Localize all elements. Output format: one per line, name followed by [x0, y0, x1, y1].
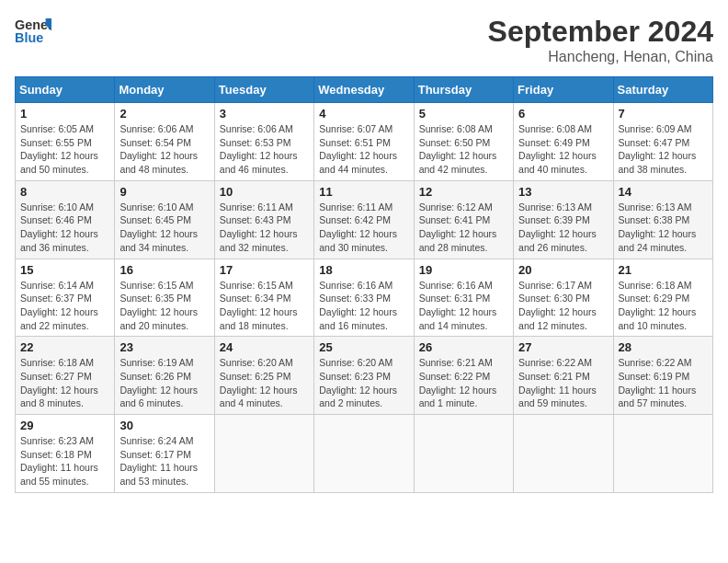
- calendar-cell: 11Sunrise: 6:11 AM Sunset: 6:42 PM Dayli…: [314, 180, 414, 259]
- weekday-thursday: Thursday: [414, 77, 513, 103]
- calendar-cell: 28Sunrise: 6:22 AM Sunset: 6:19 PM Dayli…: [613, 337, 712, 415]
- calendar-cell: 3Sunrise: 6:06 AM Sunset: 6:53 PM Daylig…: [214, 103, 313, 181]
- weekday-saturday: Saturday: [613, 77, 712, 103]
- day-number: 21: [619, 263, 708, 277]
- calendar-cell: [314, 415, 414, 493]
- calendar-cell: 14Sunrise: 6:13 AM Sunset: 6:38 PM Dayli…: [613, 180, 712, 259]
- day-number: 1: [20, 107, 109, 121]
- day-number: 20: [518, 263, 608, 277]
- calendar-cell: 21Sunrise: 6:18 AM Sunset: 6:29 PM Dayli…: [613, 259, 712, 337]
- calendar-cell: 8Sunrise: 6:10 AM Sunset: 6:46 PM Daylig…: [16, 180, 115, 259]
- calendar-cell: [414, 415, 513, 493]
- day-info: Sunrise: 6:20 AM Sunset: 6:25 PM Dayligh…: [220, 356, 309, 410]
- day-info: Sunrise: 6:22 AM Sunset: 6:21 PM Dayligh…: [518, 356, 608, 410]
- day-number: 26: [419, 340, 508, 354]
- day-info: Sunrise: 6:18 AM Sunset: 6:27 PM Dayligh…: [20, 356, 109, 410]
- calendar-cell: [214, 415, 313, 493]
- day-number: 8: [20, 185, 109, 199]
- day-info: Sunrise: 6:07 AM Sunset: 6:51 PM Dayligh…: [319, 122, 408, 177]
- logo: General Blue: [15, 15, 51, 48]
- day-info: Sunrise: 6:14 AM Sunset: 6:37 PM Dayligh…: [20, 279, 109, 333]
- day-info: Sunrise: 6:08 AM Sunset: 6:49 PM Dayligh…: [518, 122, 608, 177]
- day-number: 28: [619, 340, 708, 354]
- day-info: Sunrise: 6:10 AM Sunset: 6:46 PM Dayligh…: [20, 201, 109, 255]
- day-info: Sunrise: 6:23 AM Sunset: 6:18 PM Dayligh…: [20, 434, 109, 488]
- calendar-cell: 12Sunrise: 6:12 AM Sunset: 6:41 PM Dayli…: [414, 180, 513, 259]
- day-number: 10: [220, 185, 309, 199]
- day-info: Sunrise: 6:13 AM Sunset: 6:39 PM Dayligh…: [518, 201, 608, 255]
- calendar-cell: 24Sunrise: 6:20 AM Sunset: 6:25 PM Dayli…: [214, 337, 313, 415]
- svg-text:Blue: Blue: [15, 30, 43, 45]
- day-info: Sunrise: 6:15 AM Sunset: 6:34 PM Dayligh…: [220, 279, 309, 333]
- calendar-cell: 27Sunrise: 6:22 AM Sunset: 6:21 PM Dayli…: [514, 337, 613, 415]
- day-number: 3: [220, 107, 309, 121]
- day-number: 27: [518, 340, 608, 354]
- day-number: 15: [20, 263, 109, 277]
- calendar-cell: 16Sunrise: 6:15 AM Sunset: 6:35 PM Dayli…: [115, 259, 214, 337]
- calendar-cell: 22Sunrise: 6:18 AM Sunset: 6:27 PM Dayli…: [16, 337, 115, 415]
- day-number: 29: [20, 419, 109, 432]
- calendar-body: 1Sunrise: 6:05 AM Sunset: 6:55 PM Daylig…: [16, 103, 713, 493]
- day-number: 11: [319, 185, 408, 199]
- day-info: Sunrise: 6:22 AM Sunset: 6:19 PM Dayligh…: [619, 356, 708, 410]
- day-number: 25: [319, 340, 408, 354]
- day-info: Sunrise: 6:09 AM Sunset: 6:47 PM Dayligh…: [619, 122, 708, 177]
- calendar-cell: 26Sunrise: 6:21 AM Sunset: 6:22 PM Dayli…: [414, 337, 513, 415]
- day-info: Sunrise: 6:16 AM Sunset: 6:33 PM Dayligh…: [319, 279, 408, 333]
- day-number: 24: [220, 340, 309, 354]
- calendar-cell: 13Sunrise: 6:13 AM Sunset: 6:39 PM Dayli…: [514, 180, 613, 259]
- location-title: Hancheng, Henan, China: [488, 49, 713, 65]
- calendar-cell: 18Sunrise: 6:16 AM Sunset: 6:33 PM Dayli…: [314, 259, 414, 337]
- calendar-cell: 1Sunrise: 6:05 AM Sunset: 6:55 PM Daylig…: [16, 103, 115, 181]
- day-number: 9: [119, 185, 209, 199]
- weekday-friday: Friday: [514, 77, 613, 103]
- calendar-cell: 29Sunrise: 6:23 AM Sunset: 6:18 PM Dayli…: [16, 415, 115, 493]
- day-number: 2: [119, 107, 209, 121]
- day-number: 23: [119, 340, 209, 354]
- day-number: 13: [518, 185, 608, 199]
- title-block: September 2024 Hancheng, Henan, China: [488, 15, 713, 65]
- logo-icon: General Blue: [15, 15, 51, 48]
- weekday-sunday: Sunday: [16, 77, 115, 103]
- day-number: 4: [319, 107, 408, 121]
- calendar-cell: [613, 415, 712, 493]
- calendar-cell: [514, 415, 613, 493]
- day-number: 6: [518, 107, 608, 121]
- day-info: Sunrise: 6:16 AM Sunset: 6:31 PM Dayligh…: [419, 279, 508, 333]
- weekday-header-row: SundayMondayTuesdayWednesdayThursdayFrid…: [16, 77, 713, 103]
- day-info: Sunrise: 6:06 AM Sunset: 6:54 PM Dayligh…: [119, 122, 209, 177]
- calendar-week-row: 8Sunrise: 6:10 AM Sunset: 6:46 PM Daylig…: [16, 180, 713, 259]
- day-info: Sunrise: 6:18 AM Sunset: 6:29 PM Dayligh…: [619, 279, 708, 333]
- day-number: 18: [319, 263, 408, 277]
- day-info: Sunrise: 6:12 AM Sunset: 6:41 PM Dayligh…: [419, 201, 508, 255]
- day-number: 7: [619, 107, 708, 121]
- weekday-wednesday: Wednesday: [314, 77, 414, 103]
- calendar-cell: 5Sunrise: 6:08 AM Sunset: 6:50 PM Daylig…: [414, 103, 513, 181]
- calendar-week-row: 29Sunrise: 6:23 AM Sunset: 6:18 PM Dayli…: [16, 415, 713, 493]
- day-number: 5: [419, 107, 508, 121]
- calendar-cell: 6Sunrise: 6:08 AM Sunset: 6:49 PM Daylig…: [514, 103, 613, 181]
- day-info: Sunrise: 6:11 AM Sunset: 6:42 PM Dayligh…: [319, 201, 408, 255]
- calendar-cell: 10Sunrise: 6:11 AM Sunset: 6:43 PM Dayli…: [214, 180, 313, 259]
- month-title: September 2024: [488, 15, 713, 49]
- calendar-cell: 17Sunrise: 6:15 AM Sunset: 6:34 PM Dayli…: [214, 259, 313, 337]
- calendar-cell: 23Sunrise: 6:19 AM Sunset: 6:26 PM Dayli…: [115, 337, 214, 415]
- day-info: Sunrise: 6:20 AM Sunset: 6:23 PM Dayligh…: [319, 356, 408, 410]
- calendar-cell: 30Sunrise: 6:24 AM Sunset: 6:17 PM Dayli…: [115, 415, 214, 493]
- day-number: 19: [419, 263, 508, 277]
- day-info: Sunrise: 6:13 AM Sunset: 6:38 PM Dayligh…: [619, 201, 708, 255]
- calendar-week-row: 15Sunrise: 6:14 AM Sunset: 6:37 PM Dayli…: [16, 259, 713, 337]
- weekday-monday: Monday: [115, 77, 214, 103]
- day-number: 17: [220, 263, 309, 277]
- day-info: Sunrise: 6:08 AM Sunset: 6:50 PM Dayligh…: [419, 122, 508, 177]
- day-number: 22: [20, 340, 109, 354]
- calendar-cell: 2Sunrise: 6:06 AM Sunset: 6:54 PM Daylig…: [115, 103, 214, 181]
- day-info: Sunrise: 6:11 AM Sunset: 6:43 PM Dayligh…: [220, 201, 309, 255]
- day-info: Sunrise: 6:10 AM Sunset: 6:45 PM Dayligh…: [119, 201, 209, 255]
- calendar-table: SundayMondayTuesdayWednesdayThursdayFrid…: [15, 76, 713, 493]
- calendar-cell: 4Sunrise: 6:07 AM Sunset: 6:51 PM Daylig…: [314, 103, 414, 181]
- day-info: Sunrise: 6:06 AM Sunset: 6:53 PM Dayligh…: [220, 122, 309, 177]
- calendar-week-row: 22Sunrise: 6:18 AM Sunset: 6:27 PM Dayli…: [16, 337, 713, 415]
- day-info: Sunrise: 6:05 AM Sunset: 6:55 PM Dayligh…: [20, 122, 109, 177]
- calendar-cell: 7Sunrise: 6:09 AM Sunset: 6:47 PM Daylig…: [613, 103, 712, 181]
